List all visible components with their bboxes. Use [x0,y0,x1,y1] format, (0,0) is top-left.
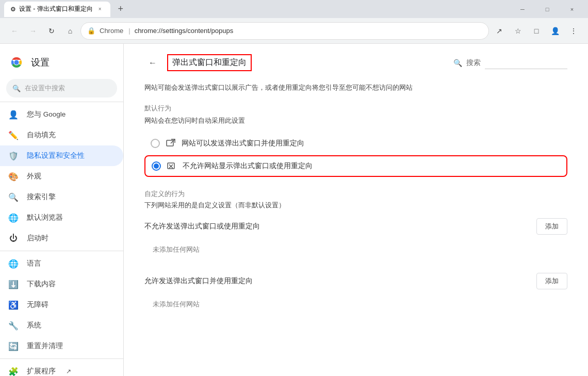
sidebar-item-accessibility[interactable]: ♿ 无障碍 [0,295,123,315]
sidebar-item-startup[interactable]: ⏻ 启动时 [0,228,123,249]
reload-button[interactable]: ↻ [43,23,60,39]
radio-allow-label: 网站可以发送弹出式窗口并使用重定向 [182,139,304,148]
url-separator: | [128,27,130,35]
sidebar-label-startup: 启动时 [27,234,48,243]
page-title: 弹出式窗口和重定向 [167,54,252,71]
sidebar-divider-1 [0,102,123,102]
browser-icon: 🌐 [8,212,19,223]
sidebar-item-search-engine[interactable]: 🔍 搜索引擎 [0,187,123,207]
minimize-button[interactable]: ─ [511,0,534,18]
sidebar-label-autofill: 自动填充 [27,130,56,140]
lock-icon: 🔒 [87,27,95,35]
window-controls: ─ □ × [511,0,584,18]
new-tab-button[interactable]: + [113,2,128,17]
svg-point-2 [14,60,19,65]
sidebar-header: 设置 [0,48,123,79]
radio-group: 网站可以发送弹出式窗口并使用重定向 不允许网站显示弹出式窗口或使用重定向 [144,134,567,177]
bookmark-button[interactable]: ☆ [510,23,526,39]
sidebar-item-language[interactable]: 🌐 语言 [0,253,123,274]
url-text: chrome://settings/content/popups [135,27,234,35]
radio-block[interactable]: 不允许网站显示弹出式窗口或使用重定向 [144,155,567,177]
tab-close-button[interactable]: × [96,5,104,13]
forward-button[interactable]: → [25,23,41,39]
sidebar-item-system[interactable]: 🔧 系统 [0,315,123,336]
search-icon: 🔍 [12,85,21,92]
block-add-button[interactable]: 添加 [536,218,567,235]
block-empty-text: 未添加任何网站 [144,239,567,260]
sidebar-item-privacy[interactable]: 🛡️ 隐私设置和安全性 [0,145,123,166]
home-button[interactable]: ⌂ [62,23,78,39]
download-icon: ⬇️ [8,279,19,289]
power-icon: ⏻ [8,233,19,243]
browser-tab[interactable]: ⚙ 设置 - 弹出式窗口和重定向 × [4,2,110,17]
sidebar-label-language: 语言 [27,259,41,268]
sidebar-title: 设置 [31,56,50,69]
content-search-icon: 🔍 [453,59,462,67]
palette-icon: 🎨 [8,171,19,182]
content-back-button[interactable]: ← [144,55,161,71]
sidebar-label-extensions: 扩展程序 [27,367,56,376]
sidebar-label-google: 您与 Google [27,110,66,119]
svg-line-4 [171,139,175,143]
extensions-button[interactable]: □ [528,23,545,39]
window-close-button[interactable]: × [560,0,584,18]
popup-allow-icon [166,139,175,148]
address-bar[interactable]: 🔒 Chrome | chrome://settings/content/pop… [80,22,489,40]
search-placeholder: 在设置中搜索 [25,84,65,93]
sidebar-label-appearance: 外观 [27,172,41,181]
person-icon: 👤 [8,109,19,120]
sidebar-label-system: 系统 [27,321,41,330]
nav-right: ↗ ☆ □ 👤 ⋮ [491,23,582,39]
sidebar-label-reset: 重置并清理 [27,341,63,351]
allow-empty-text: 未添加任何网站 [144,293,567,315]
system-icon: 🔧 [8,320,19,331]
sidebar-item-google-account[interactable]: 👤 您与 Google [0,104,123,125]
extensions-sidebar-icon: 🧩 [8,366,19,376]
search-input-line[interactable] [485,57,567,69]
sidebar-item-autofill[interactable]: ✏️ 自动填充 [0,125,123,145]
sidebar-divider-3 [0,358,123,359]
sidebar-item-reset[interactable]: 🔄 重置并清理 [0,336,123,356]
search-engine-icon: 🔍 [8,192,19,202]
sidebar-search[interactable]: 🔍 在设置中搜索 [6,79,117,97]
extensions-external-icon: ↗ [66,368,71,375]
profile-button[interactable]: 👤 [547,23,563,39]
content-search[interactable]: 🔍 搜索 [453,57,567,69]
menu-button[interactable]: ⋮ [565,23,582,39]
sidebar-item-default-browser[interactable]: 🌐 默认浏览器 [0,207,123,228]
title-bar: ⚙ 设置 - 弹出式窗口和重定向 × + ─ □ × [0,0,588,18]
allow-section-header: 允许发送弹出式窗口并使用重定向 添加 [144,273,567,289]
radio-block-label: 不允许网站显示弹出式窗口或使用重定向 [183,161,313,171]
radio-block-circle [152,161,161,171]
back-button[interactable]: ← [6,23,23,39]
radio-allow[interactable]: 网站可以发送弹出式窗口并使用重定向 [144,134,567,153]
allow-section-label: 允许发送弹出式窗口并使用重定向 [144,276,253,286]
nav-bar: ← → ↻ ⌂ 🔒 Chrome | chrome://settings/con… [0,18,588,44]
allow-add-button[interactable]: 添加 [536,273,567,289]
reset-icon: 🔄 [8,341,19,351]
page-description: 网站可能会发送弹出式窗口以展示广告，或者使用重定向将您引导至您可能不想访问的网站 [144,83,567,93]
svg-rect-3 [167,140,173,146]
popup-block-icon [167,161,176,171]
chrome-logo-icon [8,54,25,71]
sidebar-label-accessibility: 无障碍 [27,300,48,309]
custom-section: 自定义的行为 下列网站采用的是自定义设置（而非默认设置） 不允许发送弹出式窗口或… [144,189,567,315]
sidebar-label-privacy: 隐私设置和安全性 [27,151,85,160]
default-behavior-title: 默认行为 [144,104,567,113]
allow-section: 允许发送弹出式窗口并使用重定向 添加 未添加任何网站 [144,273,567,315]
sidebar-item-downloads[interactable]: ⬇️ 下载内容 [0,274,123,295]
maximize-button[interactable]: □ [535,0,559,18]
content-search-label: 搜索 [466,58,481,68]
save-page-button[interactable]: ↗ [491,23,508,39]
content-area: ← 弹出式窗口和重定向 🔍 搜索 网站可能会发送弹出式窗口以展示广告，或者使用重… [124,44,588,376]
sidebar-item-appearance[interactable]: 🎨 外观 [0,166,123,187]
sidebar-label-search: 搜索引擎 [27,192,56,202]
language-icon: 🌐 [8,258,19,269]
shield-icon: 🛡️ [8,151,19,161]
sidebar-item-extensions[interactable]: 🧩 扩展程序 ↗ [0,361,123,376]
default-behavior-desc: 网站会在您访问时自动采用此设置 [144,116,567,125]
tab-title: 设置 - 弹出式窗口和重定向 [19,5,93,13]
content-header-left: ← 弹出式窗口和重定向 [144,54,252,71]
sidebar-wrapper: 设置 🔍 在设置中搜索 👤 您与 Google ✏️ 自动填充 🛡️ 隐私设置和… [0,44,124,376]
block-section: 不允许发送弹出式窗口或使用重定向 添加 未添加任何网站 [144,218,567,260]
